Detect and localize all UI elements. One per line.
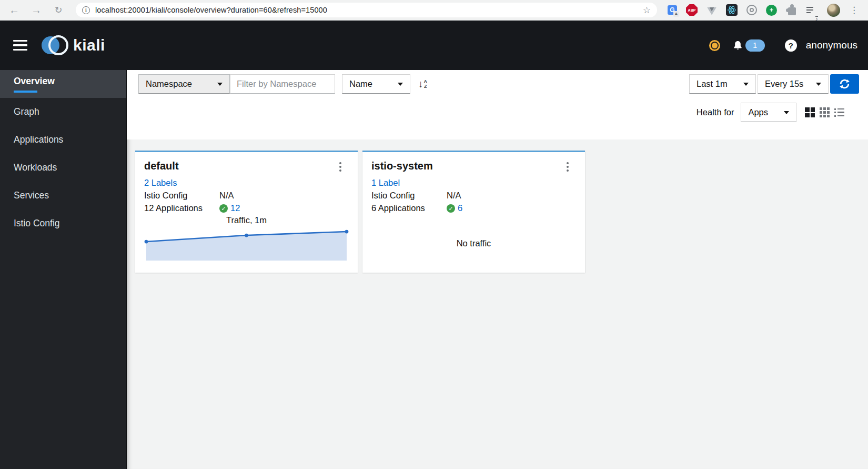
refresh-interval-select[interactable]: Every 15s (758, 74, 829, 94)
username[interactable]: anonymous (806, 39, 857, 51)
notification-badge: 1 (745, 39, 765, 52)
sidebar-item-graph[interactable]: Graph (0, 98, 126, 126)
toolbar: Namespace Name ↓ AZ Last 1m Every 15s (127, 70, 868, 139)
kebab-menu-button[interactable] (559, 160, 576, 172)
masthead-actions: 1 ? anonymous (709, 39, 857, 52)
help-icon[interactable]: ? (785, 39, 797, 52)
bookmark-star-icon[interactable]: ☆ (643, 5, 651, 16)
chevron-down-icon (743, 83, 749, 86)
health-for-label: Health for (697, 107, 734, 117)
health-count-link[interactable]: 12 (230, 203, 240, 213)
sort-by-select[interactable]: Name (342, 74, 410, 94)
vue-devtools-extension-icon[interactable] (706, 6, 717, 15)
istio-config-value: N/A (219, 191, 234, 201)
duration-select[interactable]: Last 1m (689, 74, 756, 94)
sidebar-item-label: Overview (14, 76, 126, 87)
namespace-filter-input[interactable] (230, 74, 335, 94)
card-title: istio-system (371, 160, 433, 172)
list-icon (834, 108, 844, 117)
list-view-button[interactable] (834, 108, 844, 117)
sidebar-item-label: Graph (14, 106, 126, 117)
kiali-logo-icon: kiali (42, 35, 105, 55)
card-title: default (144, 160, 179, 172)
namespace-card-default[interactable]: default 2 Labels Istio Config N/A 12 App… (135, 151, 358, 273)
url-text[interactable]: localhost:20001/kiali/console/overview?d… (95, 6, 327, 14)
labels-link[interactable]: 1 Label (371, 178, 400, 188)
sidebar-item-label: Istio Config (14, 218, 126, 229)
extension-toolbar: GA ABP + ♪ (668, 4, 840, 17)
playlist-extension-icon[interactable]: ♪ (806, 4, 818, 16)
chevron-down-icon (217, 83, 223, 86)
istio-config-label: Istio Config (371, 191, 447, 201)
hamburger-menu-icon[interactable] (13, 40, 27, 51)
check-circle-icon: ✓ (447, 204, 455, 213)
traffic-chart-title: Traffic, 1m (144, 215, 349, 225)
sidebar-item-overview[interactable]: Overview (0, 70, 126, 98)
compact-view-button[interactable] (820, 107, 830, 117)
chevron-down-icon (398, 83, 403, 86)
toolbar-row-health: Health for Apps (127, 103, 868, 122)
react-devtools-extension-icon[interactable] (726, 4, 738, 16)
sidebar-item-label: Services (14, 190, 126, 201)
url-bar[interactable]: i localhost:20001/kiali/console/overview… (76, 3, 657, 17)
namespace-select[interactable]: Namespace (138, 74, 230, 94)
duration-value: Last 1m (697, 79, 728, 89)
th-large-icon (805, 107, 815, 117)
mesh-status-icon[interactable] (709, 40, 720, 51)
logo-circle-ring (48, 35, 68, 55)
chevron-down-icon (784, 111, 789, 114)
health-count-link[interactable]: 6 (458, 203, 462, 213)
apps-health-status: ✓ 6 (447, 203, 462, 213)
sidebar-item-applications[interactable]: Applications (0, 126, 126, 154)
check-circle-icon: ✓ (219, 204, 228, 213)
sort-by-value: Name (349, 79, 372, 89)
forward-icon[interactable]: → (28, 4, 44, 16)
traffic-sparkline (144, 229, 349, 263)
applications-label: 12 Applications (144, 203, 219, 213)
expand-view-button[interactable] (805, 107, 815, 117)
refresh-interval-value: Every 15s (765, 79, 803, 89)
istio-config-label: Istio Config (144, 191, 219, 201)
th-icon (820, 107, 830, 117)
applications-label: 6 Applications (371, 203, 447, 213)
sidebar-item-workloads[interactable]: Workloads (0, 154, 126, 182)
chevron-down-icon (816, 83, 821, 86)
sidebar-nav: Overview Graph Applications Workloads Se… (0, 70, 127, 469)
no-traffic-text: No traffic (371, 238, 576, 248)
sidebar-item-istio-config[interactable]: Istio Config (0, 209, 126, 237)
apps-health-status: ✓ 12 (219, 203, 240, 213)
reload-icon[interactable]: ↻ (51, 4, 66, 16)
traffic-chart[interactable] (144, 229, 349, 265)
sort-az-icon: ↓ (418, 78, 423, 90)
browser-profile-avatar[interactable] (827, 4, 840, 17)
masthead: kiali 1 ? anonymous (0, 21, 868, 70)
adblock-extension-icon[interactable]: ABP (686, 4, 698, 16)
health-type-select[interactable]: Apps (741, 103, 796, 122)
recorder-extension-icon[interactable] (746, 5, 757, 15)
labels-link[interactable]: 2 Labels (144, 178, 177, 188)
active-indicator (14, 91, 37, 93)
refresh-button[interactable] (830, 74, 859, 94)
info-icon[interactable]: i (82, 6, 90, 14)
browser-chrome: ← → ↻ i localhost:20001/kiali/console/ov… (0, 0, 868, 21)
translate-extension-icon[interactable]: GA (668, 5, 677, 15)
namespace-card-istio-system[interactable]: istio-system 1 Label Istio Config N/A 6 … (362, 151, 585, 273)
main-content: Namespace Name ↓ AZ Last 1m Every 15s (127, 70, 868, 469)
bell-icon (732, 40, 743, 51)
sidebar-item-services[interactable]: Services (0, 182, 126, 209)
namespace-select-value: Namespace (146, 79, 192, 89)
notifications-button[interactable]: 1 (732, 39, 765, 52)
sidebar-item-label: Workloads (14, 162, 126, 173)
health-type-value: Apps (748, 107, 768, 117)
back-icon[interactable]: ← (6, 4, 22, 16)
puzzle-extension-icon[interactable] (786, 4, 798, 16)
view-toggle-group (805, 107, 844, 117)
browser-menu-icon[interactable]: ⋮ (850, 5, 859, 16)
toolbar-row-filters: Namespace Name ↓ AZ Last 1m Every 15s (127, 74, 868, 94)
istio-config-value: N/A (447, 191, 461, 201)
hangouts-extension-icon[interactable]: + (766, 5, 777, 16)
kebab-menu-button[interactable] (332, 160, 349, 172)
sort-direction-button[interactable]: ↓ AZ (418, 78, 427, 90)
sync-icon (839, 78, 850, 89)
brand-name: kiali (73, 36, 105, 54)
